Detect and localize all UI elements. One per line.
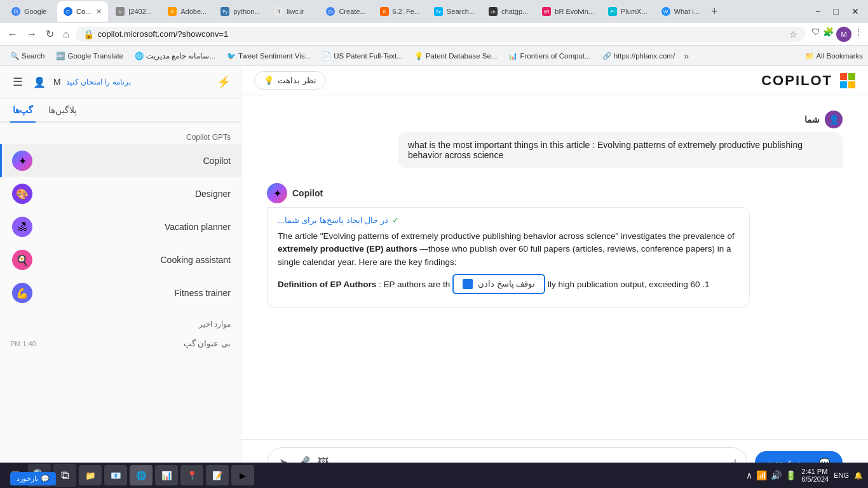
- bookmark-phlanx[interactable]: 🔗 https://phlanx.com/: [597, 50, 681, 62]
- tab-python[interactable]: Py python...: [214, 1, 266, 22]
- language-indicator[interactable]: ENG: [834, 471, 849, 479]
- bookmark-samaneh[interactable]: 🌐 سامانه جامع مدیریت...: [130, 50, 220, 62]
- maximize-button[interactable]: □: [830, 5, 843, 18]
- tab-label-plumx: PlumX...: [621, 8, 648, 15]
- user-button[interactable]: 👤: [31, 75, 48, 90]
- try-banner[interactable]: برنامه را امتحان کنید: [66, 78, 131, 86]
- menu-button[interactable]: ☰: [10, 74, 25, 90]
- history-item-0[interactable]: PM 1:40 بی عنوان گپ: [0, 334, 241, 353]
- more-bookmarks-icon[interactable]: »: [681, 51, 691, 61]
- new-tab-button[interactable]: +: [707, 5, 722, 18]
- tab-label-search: Search...: [447, 8, 475, 15]
- gpt-item-copilot[interactable]: ✦ Copilot: [0, 144, 241, 177]
- taskbar-taskview[interactable]: ⧉: [53, 464, 76, 487]
- volume-icon[interactable]: 🔊: [771, 470, 782, 480]
- star-icon[interactable]: ☆: [789, 29, 797, 39]
- designer-gpt-icon: 🎨: [12, 184, 32, 204]
- tab-favicon-google: G: [11, 7, 20, 16]
- history-label-0: بی عنوان گپ: [41, 339, 231, 348]
- network-icon[interactable]: 📶: [756, 470, 767, 480]
- tab-chatgpt[interactable]: ch chatgp...: [482, 1, 534, 22]
- feedback-icon: 💬: [41, 475, 50, 483]
- main-header: 💡 نظر بداهت COPILOT: [241, 66, 868, 95]
- gpt-item-cooking[interactable]: 🍳 Cooking assistant: [0, 243, 241, 276]
- shield-ext-icon[interactable]: 🛡: [811, 27, 820, 42]
- all-bookmarks[interactable]: 📁 All Bookmarks: [805, 51, 864, 60]
- stop-response-button[interactable]: توقف پاسخ دادن: [452, 274, 545, 294]
- feedback-button[interactable]: 💬 بازخورد: [10, 472, 56, 485]
- tab-label-google: Google: [24, 8, 50, 15]
- response-p2: Definition of EP Authors : EP authors ar…: [278, 274, 739, 294]
- notification-icon[interactable]: 🔔: [854, 471, 863, 480]
- tab-searchbar[interactable]: Se Search...: [428, 1, 481, 22]
- minimize-button[interactable]: −: [811, 5, 824, 18]
- tab-62[interactable]: 6 6.2. Fe...: [374, 1, 426, 22]
- bookmark-tweet[interactable]: 🐦 Tweet Sentiment Vis...: [222, 50, 316, 62]
- tab-liwc[interactable]: li liwc.ir: [268, 1, 318, 22]
- forward-button[interactable]: →: [24, 27, 39, 41]
- tab-close-copilot[interactable]: ✕: [96, 8, 102, 16]
- tab-favicon-python: Py: [220, 7, 229, 16]
- user-label: شما: [804, 114, 820, 125]
- tab-label-copilot: Co...: [76, 8, 91, 15]
- designer-gpt-label: Designer: [39, 189, 231, 199]
- refresh-button[interactable]: ↻: [43, 27, 57, 41]
- tab-adobe[interactable]: A Adobe...: [161, 1, 213, 22]
- tab-what[interactable]: W What i...: [655, 1, 706, 22]
- sidebar-tab-plugins[interactable]: پلاگین‌ها: [46, 98, 79, 123]
- bookmark-frontiers[interactable]: 📊 Frontiers of Comput...: [503, 50, 595, 62]
- home-button[interactable]: ⌂: [60, 27, 72, 41]
- extension-icon[interactable]: 🧩: [823, 27, 834, 42]
- ms-yellow: [848, 81, 855, 88]
- gpt-item-fitness[interactable]: 💪 Fitness trainer: [0, 276, 241, 309]
- taskbar-explorer[interactable]: 📁: [79, 465, 102, 485]
- tab-plumx[interactable]: Pl PlumX...: [602, 1, 654, 22]
- close-button[interactable]: ✕: [848, 5, 863, 18]
- url-bar[interactable]: 🔒 copilot.microsoft.com/?showconv=1 ☆: [76, 27, 805, 42]
- sidebar-tab-gpts[interactable]: گپ‌ها: [10, 98, 36, 123]
- taskbar-edge[interactable]: 🌐: [130, 465, 153, 485]
- bookmark-patentdb[interactable]: 💡 Patent Database Se...: [409, 50, 503, 62]
- tab-label-create: Create...: [339, 8, 365, 15]
- tab-br[interactable]: bR bR Evolvin...: [536, 1, 600, 22]
- bookmark-patent-label: US Patent Full-Text...: [334, 52, 403, 60]
- chevron-up-icon[interactable]: ∧: [746, 470, 752, 480]
- definition-label: Definition of EP Authors: [278, 279, 376, 288]
- gpt-item-designer[interactable]: 🎨 Designer: [0, 177, 241, 210]
- bookmark-search[interactable]: 🔍 Search: [5, 50, 50, 62]
- copilot-label: Copilot: [292, 188, 323, 198]
- tab-favicon-liwc: li: [274, 7, 283, 16]
- sidebar-tabs: گپ‌ها پلاگین‌ها: [0, 98, 241, 123]
- memory-button[interactable]: 💡 نظر بداهت: [254, 71, 326, 90]
- taskbar-excel[interactable]: 📊: [155, 465, 178, 485]
- taskbar-word[interactable]: 📝: [206, 465, 229, 485]
- copilot-info: ✦ Copilot ✓ در حال ایجاد پاسخ‌ها برای شم…: [267, 183, 750, 308]
- tab-google[interactable]: G Google: [5, 1, 56, 22]
- clock[interactable]: 2:41 PM 6/5/2024: [801, 468, 829, 483]
- sys-icons: ∧ 📶 🔊 🔋: [746, 470, 796, 480]
- bookmark-patent[interactable]: 📄 US Patent Full-Text...: [317, 50, 408, 62]
- tab-favicon-br: bR: [542, 7, 551, 16]
- user-message: what is the most important things in thi…: [398, 132, 843, 168]
- sidebar: ☰ 👤 M برنامه را امتحان کنید ⚡ گپ‌ها پلاگ…: [0, 66, 241, 488]
- gpt-item-vacation[interactable]: 🏖 Vacation planner: [0, 210, 241, 243]
- folder-icon: 📁: [805, 51, 814, 60]
- tab-copilot[interactable]: C Co... ✕: [57, 1, 108, 22]
- taskbar-mail[interactable]: 📧: [104, 465, 127, 485]
- tab-label-2402: [2402...: [128, 8, 154, 15]
- taskbar-media[interactable]: ▶: [231, 465, 254, 485]
- tab-create[interactable]: Cr Create...: [320, 1, 372, 22]
- date-display: 6/5/2024: [801, 475, 829, 483]
- fitness-gpt-label: Fitness trainer: [39, 288, 231, 298]
- bookmark-translate[interactable]: 🔤 Google Translate: [51, 50, 128, 62]
- taskbar-maps[interactable]: 📍: [180, 465, 203, 485]
- battery-icon[interactable]: 🔋: [785, 470, 796, 480]
- tab-favicon-chatgpt: ch: [489, 7, 498, 16]
- profile-avatar[interactable]: M: [836, 27, 851, 42]
- ext-icons: 🛡 🧩 M ⋮: [811, 27, 863, 42]
- tab-favicon-create: Cr: [326, 7, 335, 16]
- menu-icon[interactable]: ⋮: [854, 27, 863, 42]
- back-button[interactable]: ←: [5, 27, 20, 41]
- tab-2402[interactable]: # [2402...: [109, 1, 160, 22]
- response-p1: The article "Evolving patterns of extrem…: [278, 230, 739, 269]
